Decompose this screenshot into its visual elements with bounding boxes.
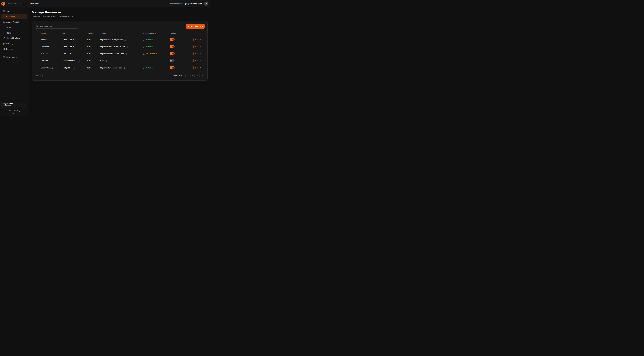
sidebar-item-resources[interactable]: Resources — [1, 14, 28, 19]
sidebar-item-roles[interactable]: Roles — [1, 30, 28, 36]
sidebar-item-users[interactable]: Users — [1, 25, 28, 30]
next-page-button[interactable] — [196, 74, 200, 78]
copy-icon[interactable] — [124, 39, 126, 41]
app-logo-icon[interactable] — [1, 1, 6, 6]
sidebar-item-label: Settings — [6, 48, 13, 50]
resource-name: Postgres — [41, 60, 62, 62]
external-link-icon — [71, 67, 73, 68]
column-header-protocol: Protocol — [87, 32, 94, 35]
edit-button[interactable]: Edit — [194, 52, 203, 56]
enabled-toggle[interactable] — [170, 52, 174, 55]
sidebar-item-sites[interactable]: Sites — [1, 9, 28, 14]
sidebar-item-access-control[interactable]: Access Control — [1, 20, 28, 25]
enabled-toggle[interactable] — [170, 45, 174, 48]
resource-name: Bitwarden — [41, 46, 62, 48]
sidebar-item-shareable-links[interactable]: Shareable Links — [1, 36, 28, 41]
edit-button[interactable]: Edit — [194, 38, 203, 42]
sidebar-item-server-admin[interactable]: Server Admin — [1, 55, 28, 60]
enabled-toggle[interactable] — [170, 66, 174, 69]
external-link-icon — [76, 60, 78, 62]
shield-off-icon — [143, 53, 144, 55]
copy-icon[interactable] — [126, 46, 128, 48]
add-resource-button[interactable]: Add Resource — [186, 24, 205, 28]
open-source-link[interactable]: Open Source — [8, 110, 20, 112]
auth-status: - — [143, 60, 170, 62]
protocol-value: TCP — [87, 39, 100, 41]
app-version: v1.3.0 — [1, 113, 28, 114]
enabled-toggle[interactable] — [170, 59, 174, 62]
documentation-link[interactable]: Documentation — [170, 2, 183, 5]
user-email[interactable]: joe@example.com — [185, 2, 202, 5]
site-link-button[interactable]: Home Lab — [62, 38, 76, 42]
site-link-button[interactable]: Edge 01 — [62, 66, 75, 70]
edit-button[interactable]: Edit — [194, 45, 203, 49]
previous-page-button[interactable] — [190, 74, 194, 78]
breadcrumb-org[interactable]: home-lab — [8, 2, 16, 5]
auth-status: Protected — [143, 67, 170, 69]
sort-icon[interactable] — [155, 33, 157, 34]
pagination — [186, 74, 205, 78]
copy-icon[interactable] — [106, 60, 108, 62]
sort-icon[interactable] — [66, 33, 67, 34]
shield-check-icon — [143, 46, 144, 48]
sidebar-item-label: Access Control — [6, 21, 19, 23]
avatar[interactable]: J — [204, 2, 208, 6]
site-link-button[interactable]: Office — [62, 52, 73, 56]
search-icon — [36, 25, 38, 27]
column-header-authentication: Authentication — [143, 32, 154, 35]
enabled-toggle[interactable] — [170, 38, 174, 41]
external-link-icon — [73, 46, 74, 48]
topbar: home-lab settings resources Documentatio… — [0, 0, 210, 7]
sidebar-item-api-keys[interactable]: API Keys — [1, 41, 28, 46]
first-page-button[interactable] — [186, 74, 190, 78]
protocol-value: TCP — [87, 46, 100, 48]
external-link-icon — [73, 39, 74, 41]
copy-icon[interactable] — [124, 67, 126, 69]
breadcrumb-settings[interactable]: settings — [20, 2, 26, 5]
last-page-button[interactable] — [201, 74, 205, 78]
workflow-icon — [3, 16, 5, 18]
open-source-label: Open Source — [8, 110, 18, 112]
table-row: ··· Bitwarden Home Lab TCP https://bitwa… — [35, 43, 205, 50]
key-icon — [3, 42, 5, 45]
chevron-down-icon — [24, 21, 26, 23]
copy-icon[interactable] — [126, 53, 128, 55]
external-link-icon — [19, 110, 20, 112]
organization-label: Organization — [3, 103, 13, 104]
search-input[interactable] — [35, 24, 79, 28]
sidebar-item-label: Roles — [6, 32, 11, 34]
sidebar-item-label: Users — [6, 26, 12, 28]
site-link-button[interactable]: Home Lab — [62, 45, 76, 49]
auth-label: - — [143, 60, 144, 62]
chevrons-up-down-icon — [24, 104, 26, 106]
row-menu-icon[interactable]: ··· — [35, 46, 41, 48]
chevron-right-icon — [24, 26, 26, 28]
table-row: ··· Battery Manager Edge 01 TCP https://… — [35, 64, 205, 71]
breadcrumb: home-lab settings resources — [8, 2, 39, 5]
protocol-value: TCP — [87, 67, 100, 69]
chevron-right-icon — [17, 3, 18, 4]
site-name: Edge 01 — [64, 67, 70, 69]
site-link-button[interactable]: Second Office — [62, 59, 80, 63]
resource-name: Immich — [41, 39, 62, 41]
table-header-row: Name Site Protocol Access Authentication — [35, 31, 205, 36]
page-size-select[interactable]: 20 — [35, 74, 42, 78]
edit-button[interactable]: Edit — [194, 66, 203, 70]
server-icon — [3, 56, 5, 58]
row-menu-icon[interactable]: ··· — [35, 39, 41, 41]
page-title: Manage Resources — [32, 10, 208, 14]
sidebar-item-settings[interactable]: Settings — [1, 46, 28, 52]
table-row: ··· Postgres Second Office TCP 5432 - — [35, 57, 205, 64]
column-header-name: Name — [41, 32, 46, 35]
row-menu-icon[interactable]: ··· — [35, 53, 41, 55]
external-link-icon — [70, 53, 71, 55]
auth-status: Protected — [143, 46, 170, 48]
sidebar-item-label: Sites — [6, 10, 10, 12]
row-menu-icon[interactable]: ··· — [35, 67, 41, 69]
sort-icon[interactable] — [46, 33, 48, 34]
column-header-site: Site — [62, 32, 65, 35]
auth-status: Not Protected — [143, 53, 170, 55]
row-menu-icon[interactable]: ··· — [35, 60, 41, 62]
edit-button[interactable]: Edit — [194, 59, 203, 63]
organization-selector[interactable]: Organization Home Lab — [1, 102, 28, 108]
